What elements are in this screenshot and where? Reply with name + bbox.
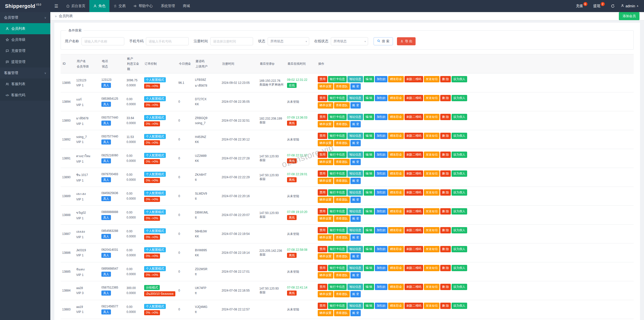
delete-button[interactable]: 删 除 [440,246,451,252]
delete-button[interactable]: 删 除 [440,133,451,139]
disable-button[interactable]: 禁用 [318,208,327,215]
edit-button[interactable]: 编 辑 [364,152,374,158]
disable-button[interactable]: 禁用 [318,152,327,158]
adjust-balance-button[interactable]: 加扣款 [375,152,387,158]
set-fake-button[interactable]: 设为假人 [452,208,467,215]
phone-input[interactable] [146,37,189,45]
order-show-settings-button[interactable]: 晒单设置 [318,102,333,109]
account-change-button[interactable]: 账 变 [350,178,361,184]
adjust-balance-button[interactable]: 加扣款 [375,303,387,309]
account-change-button[interactable]: 账 变 [350,83,361,90]
gift-bonus-button[interactable]: 赠送彩金 [388,170,404,177]
edit-button[interactable]: 编 辑 [364,189,374,196]
bank-info-button[interactable]: 银行卡信息 [328,227,347,233]
set-fake-button[interactable]: 设为假人 [452,265,467,271]
disable-button[interactable]: 禁用 [318,246,327,252]
adjust-balance-button[interactable]: 加扣款 [375,227,387,233]
send-sms-button[interactable]: 发送短信 [424,246,439,252]
refresh-qrcode-button[interactable]: 刷新二维码 [405,303,423,309]
view-team-button[interactable]: 查看团队 [334,291,350,297]
refresh-icon[interactable] [611,4,615,8]
refresh-qrcode-button[interactable]: 刷新二维码 [405,208,423,215]
disable-button[interactable]: 禁用 [318,227,327,233]
edit-button[interactable]: 编 辑 [364,76,374,82]
order-show-settings-button[interactable]: 晒单设置 [318,178,333,184]
delete-button[interactable]: 删 除 [440,189,451,196]
edit-button[interactable]: 编 辑 [364,303,374,309]
edit-button[interactable]: 编 辑 [364,133,374,139]
account-change-button[interactable]: 账 变 [350,121,361,127]
address-info-button[interactable]: 地址信息 [347,246,363,252]
edit-button[interactable]: 编 辑 [364,227,374,233]
delete-button[interactable]: 删 除 [440,76,451,82]
delete-button[interactable]: 删 除 [440,208,451,215]
adjust-balance-button[interactable]: 加扣款 [375,189,387,196]
gift-bonus-button[interactable]: 赠送彩金 [388,76,404,82]
order-show-settings-button[interactable]: 晒单设置 [318,234,333,241]
set-fake-button[interactable]: 设为假人 [452,284,467,290]
delete-button[interactable]: 删 除 [440,114,451,120]
view-team-button[interactable]: 查看团队 [334,121,350,127]
address-info-button[interactable]: 地址信息 [347,95,363,101]
view-team-button[interactable]: 查看团队 [334,159,350,165]
account-change-button[interactable]: 账 变 [350,310,361,316]
nav-item-trade[interactable]: 交易 [109,0,130,12]
gift-bonus-button[interactable]: 赠送彩金 [388,303,404,309]
delete-button[interactable]: 删 除 [440,95,451,101]
address-info-button[interactable]: 地址信息 [347,133,363,139]
send-sms-button[interactable]: 发送短信 [424,208,439,215]
set-fake-button[interactable]: 设为假人 [452,133,467,139]
account-change-button[interactable]: 账 变 [350,140,361,146]
account-change-button[interactable]: 账 变 [350,197,361,203]
edit-button[interactable]: 编 辑 [364,170,374,177]
add-member-button[interactable]: 添加会员 [619,12,639,20]
send-sms-button[interactable]: 发送短信 [424,95,439,101]
gift-bonus-button[interactable]: 赠送彩金 [388,227,404,233]
address-info-button[interactable]: 地址信息 [347,114,363,120]
refresh-qrcode-button[interactable]: 刷新二维码 [405,170,423,177]
edit-button[interactable]: 编 辑 [364,265,374,271]
withdraw-link[interactable]: 提现2 [593,4,605,8]
sidebar-item-service-list[interactable]: 客服列表 [0,79,50,90]
gift-bonus-button[interactable]: 赠送彩金 [388,208,404,215]
delete-button[interactable]: 删 除 [440,303,451,309]
disable-button[interactable]: 禁用 [318,95,327,101]
address-info-button[interactable]: 地址信息 [347,265,363,271]
order-show-settings-button[interactable]: 晒单设置 [318,83,333,90]
adjust-balance-button[interactable]: 加扣款 [375,265,387,271]
status-select[interactable]: 所有状态▾ [268,37,309,45]
adjust-balance-button[interactable]: 加扣款 [375,95,387,101]
nav-item-dashboard[interactable]: 后台首页 [62,0,89,12]
account-change-button[interactable]: 账 变 [350,216,361,222]
account-change-button[interactable]: 账 变 [350,272,361,278]
bank-info-button[interactable]: 银行卡信息 [328,284,347,290]
address-info-button[interactable]: 地址信息 [347,284,363,290]
send-sms-button[interactable]: 发送短信 [424,265,439,271]
sidebar-group-member-management[interactable]: 会员管理∨ [0,12,50,23]
sidebar-group-service-management[interactable]: 客服管理∨ [0,67,50,79]
gift-bonus-button[interactable]: 赠送彩金 [388,189,404,196]
set-fake-button[interactable]: 设为假人 [452,303,467,309]
delete-button[interactable]: 删 除 [440,284,451,290]
set-fake-button[interactable]: 设为假人 [452,76,467,82]
disable-button[interactable]: 禁用 [318,114,327,120]
adjust-balance-button[interactable]: 加扣款 [375,133,387,139]
set-fake-button[interactable]: 设为假人 [452,189,467,196]
bank-info-button[interactable]: 银行卡信息 [328,114,347,120]
gift-bonus-button[interactable]: 赠送彩金 [388,246,404,252]
delete-button[interactable]: 删 除 [440,227,451,233]
send-sms-button[interactable]: 发送短信 [424,227,439,233]
send-sms-button[interactable]: 发送短信 [424,152,439,158]
regtime-input[interactable] [210,37,253,45]
disable-button[interactable]: 禁用 [318,189,327,196]
bank-info-button[interactable]: 银行卡信息 [328,170,347,177]
address-info-button[interactable]: 地址信息 [347,189,363,196]
set-fake-button[interactable]: 设为假人 [452,114,467,120]
address-info-button[interactable]: 地址信息 [347,303,363,309]
account-change-button[interactable]: 账 变 [350,253,361,260]
order-show-settings-button[interactable]: 晒单设置 [318,310,333,316]
bank-info-button[interactable]: 银行卡信息 [328,133,347,139]
send-sms-button[interactable]: 发送短信 [424,303,439,309]
bank-info-button[interactable]: 银行卡信息 [328,76,347,82]
adjust-balance-button[interactable]: 加扣款 [375,246,387,252]
